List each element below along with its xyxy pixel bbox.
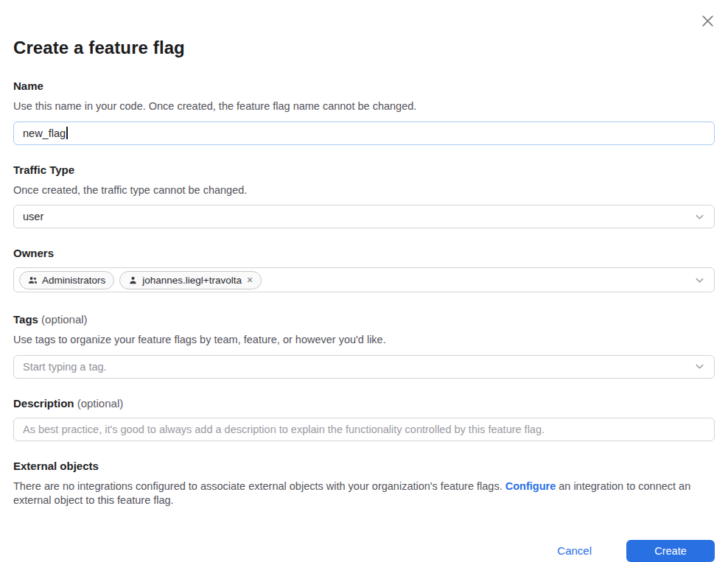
owners-select[interactable]: Administrators johannes.liegl+travolta × [13,267,715,292]
configure-link[interactable]: Configure [505,480,556,492]
close-button[interactable] [699,12,716,29]
create-feature-flag-dialog: Create a feature flag Name Use this name… [0,38,728,562]
close-icon [700,13,715,29]
traffic-type-label: Traffic Type [13,164,715,177]
text-caret [66,127,68,139]
dialog-footer: Cancel Create [13,540,715,562]
traffic-type-select[interactable]: user [13,205,715,228]
description-label: Description (optional) [13,397,715,410]
name-input[interactable]: new_flag [13,122,715,145]
person-icon [128,275,138,285]
owners-field-group: Owners Administrators [13,247,715,292]
traffic-type-value: user [23,211,43,222]
tags-field-group: Tags (optional) Use tags to organize you… [13,313,715,379]
name-description: Use this name in your code. Once created… [13,99,715,114]
traffic-type-field-group: Traffic Type Once created, the traffic t… [13,164,715,229]
description-label-text: Description [13,397,74,410]
name-field-group: Name Use this name in your code. Once cr… [13,80,715,145]
chevron-down-icon [694,361,705,372]
external-objects-text: There are no integrations configured to … [13,480,715,507]
owner-chip-label: Administrators [42,275,105,286]
description-optional-text: (optional) [77,397,124,410]
description-field-group: Description (optional) [13,397,715,441]
external-objects-label: External objects [13,460,715,473]
create-button[interactable]: Create [626,540,715,562]
external-objects-group: External objects There are no integratio… [13,460,715,507]
tags-label-text: Tags [13,313,38,326]
tags-label: Tags (optional) [13,313,715,326]
dialog-title: Create a feature flag [13,38,715,58]
group-icon [28,275,38,285]
owner-chip-label: johannes.liegl+travolta [142,275,242,286]
owner-chip-administrators: Administrators [19,271,114,289]
remove-owner-icon[interactable]: × [247,275,253,285]
external-objects-text-before: There are no integrations configured to … [13,480,505,492]
owners-label: Owners [13,247,715,260]
traffic-type-description: Once created, the traffic type cannot be… [13,183,715,198]
tags-optional-text: (optional) [41,313,88,326]
chevron-down-icon [694,211,705,222]
chevron-down-icon [694,275,705,286]
name-label: Name [13,80,715,93]
owners-chips: Administrators johannes.liegl+travolta × [19,271,262,289]
tags-select[interactable]: Start typing a tag. [13,355,715,379]
name-input-value: new_flag [23,127,66,139]
tags-description: Use tags to organize your feature flags … [13,333,715,348]
cancel-button[interactable]: Cancel [557,544,592,557]
tags-placeholder: Start typing a tag. [23,361,107,373]
owner-chip-user: johannes.liegl+travolta × [119,271,262,289]
description-input[interactable] [13,418,715,441]
